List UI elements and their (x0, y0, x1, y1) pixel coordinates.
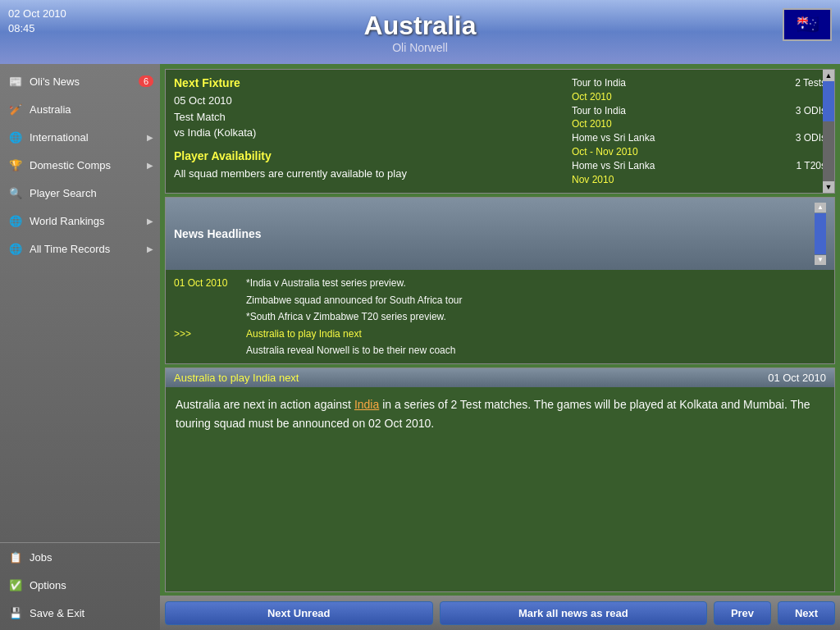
sidebar-domestic-label: Domestic Comps (30, 159, 111, 171)
sidebar-news-label: Oli's News (30, 75, 80, 88)
sidebar-item-player-search[interactable]: 🔍 Player Search (0, 179, 160, 207)
schedule-date-2: Oct - Nov 2010 (572, 145, 826, 159)
schedule-section: Tour to India 2 Tests Oct 2010 Tour to I… (564, 70, 834, 193)
fixture-type: Test Match (174, 109, 555, 126)
news-panel-header: News Headlines ▲ ▼ (166, 198, 834, 270)
news-item-0: 01 Oct 2010 *India v Australia test seri… (174, 275, 826, 291)
records-icon: 🌐 (7, 240, 25, 258)
sidebar-australia-label: Australia (30, 103, 71, 116)
schedule-list: Tour to India 2 Tests Oct 2010 Tour to I… (572, 76, 826, 186)
sidebar-item-save-exit[interactable]: 💾 Save & Exit (0, 599, 160, 627)
save-icon: 💾 (7, 604, 25, 622)
news-list: 01 Oct 2010 *India v Australia test seri… (166, 270, 834, 363)
scroll-down-arrow[interactable]: ▼ (823, 181, 834, 193)
scroll-up-arrow[interactable]: ▲ (823, 70, 834, 81)
sidebar-item-international[interactable]: 🌐 International ▶ (0, 123, 160, 151)
options-icon: ✅ (7, 576, 25, 594)
news-scroll-down[interactable]: ▼ (815, 255, 826, 265)
sidebar-save-exit-label: Save & Exit (30, 607, 84, 619)
news-badge: 6 (139, 75, 153, 87)
chevron-right-icon: ▶ (147, 133, 153, 142)
availability-header: Player Availability (174, 149, 555, 162)
sidebar-item-jobs[interactable]: 📋 Jobs (0, 543, 160, 571)
schedule-date-3: Nov 2010 (572, 173, 826, 187)
chevron-right-icon2: ▶ (147, 161, 153, 170)
info-panel: Next Fixture 05 Oct 2010 Test Match vs I… (165, 69, 835, 194)
sidebar-item-news[interactable]: 📰 Oli's News 6 (0, 67, 160, 95)
news-headline-title: News Headlines (174, 227, 262, 240)
fixture-vs: vs India (Kolkata) (174, 125, 555, 141)
sidebar-item-australia[interactable]: 🏏 Australia (0, 95, 160, 123)
schedule-scrollbar[interactable]: ▲ ▼ (823, 70, 834, 193)
news-scroll-up[interactable]: ▲ (815, 203, 826, 212)
sidebar: 📰 Oli's News 6 🏏 Australia 🌐 Internation… (0, 64, 160, 630)
rankings-icon: 🌐 (7, 212, 25, 230)
search-icon: 🔍 (7, 184, 25, 202)
scroll-track (823, 81, 834, 181)
article-title: Australia to play India next (174, 372, 299, 384)
sidebar-item-domestic[interactable]: 🏆 Domestic Comps ▶ (0, 151, 160, 179)
article-link-india[interactable]: India (354, 398, 379, 411)
sidebar-item-options[interactable]: ✅ Options (0, 571, 160, 599)
schedule-item-1: Tour to India 3 ODIs (572, 104, 826, 118)
article-text-start: Australia are next in action against (176, 398, 354, 411)
news-item-2: *South Africa v Zimbabwe T20 series prev… (174, 308, 826, 325)
article-header: Australia to play India next 01 Oct 2010 (166, 368, 834, 387)
news-icon: 📰 (7, 72, 25, 90)
chevron-right-icon4: ▶ (147, 244, 153, 253)
country-flag: 🇦🇺 (783, 8, 832, 41)
date-line1: 02 Oct 2010 (8, 7, 66, 21)
next-unread-button[interactable]: Next Unread (165, 601, 433, 625)
news-item-4: Australia reveal Norwell is to be their … (174, 342, 826, 358)
fixture-header: Next Fixture (174, 76, 555, 89)
news-item-1: Zimbabwe squad announced for South Afric… (174, 292, 826, 308)
schedule-item-2: Home vs Sri Lanka 3 ODIs (572, 131, 826, 145)
schedule-item-3: Home vs Sri Lanka 1 T20s (572, 159, 826, 173)
sidebar-options-label: Options (30, 579, 66, 591)
news-item-3[interactable]: >>> Australia to play India next (174, 326, 826, 342)
article-panel: Australia to play India next 01 Oct 2010… (165, 368, 835, 592)
sidebar-item-world-rankings[interactable]: 🌐 World Rankings ▶ (0, 207, 160, 235)
article-date: 01 Oct 2010 (768, 372, 826, 384)
sidebar-international-label: International (30, 131, 89, 144)
team-name-title: Australia (364, 11, 477, 41)
scroll-thumb (823, 81, 834, 121)
prev-button[interactable]: Prev (714, 601, 771, 625)
sidebar-jobs-label: Jobs (30, 551, 52, 564)
header: 02 Oct 2010 08:45 Australia Oli Norwell … (0, 0, 840, 64)
schedule-date-0: Oct 2010 (572, 90, 826, 104)
chevron-right-icon3: ▶ (147, 217, 153, 226)
main-content: Next Fixture 05 Oct 2010 Test Match vs I… (160, 64, 840, 630)
datetime-display: 02 Oct 2010 08:45 (8, 7, 66, 36)
fixture-date: 05 Oct 2010 (174, 93, 555, 109)
header-title-block: Australia Oli Norwell (364, 11, 477, 54)
international-icon: 🌐 (7, 128, 25, 146)
schedule-item-0: Tour to India 2 Tests (572, 76, 826, 90)
sidebar-records-label: All Time Records (30, 243, 110, 255)
bottom-nav: Next Unread Mark all news as read Prev N… (160, 596, 840, 630)
australia-icon: 🏏 (7, 100, 25, 118)
news-panel: News Headlines ▲ ▼ 01 Oct 2010 *India v … (165, 197, 835, 364)
sidebar-item-records[interactable]: 🌐 All Time Records ▶ (0, 235, 160, 262)
availability-text: All squad members are currently availabl… (174, 166, 555, 182)
sidebar-rankings-label: World Rankings (30, 215, 105, 227)
domestic-icon: 🏆 (7, 156, 25, 174)
date-line2: 08:45 (8, 21, 66, 36)
schedule-date-1: Oct 2010 (572, 117, 826, 131)
article-body: Australia are next in action against Ind… (166, 387, 834, 441)
jobs-icon: 📋 (7, 548, 25, 566)
next-button[interactable]: Next (778, 601, 835, 625)
sidebar-player-search-label: Player Search (30, 187, 97, 199)
news-body: 01 Oct 2010 *India v Australia test seri… (166, 270, 834, 363)
fixture-section: Next Fixture 05 Oct 2010 Test Match vs I… (166, 70, 564, 193)
manager-name: Oli Norwell (364, 41, 477, 54)
mark-all-read-button[interactable]: Mark all news as read (440, 601, 708, 625)
